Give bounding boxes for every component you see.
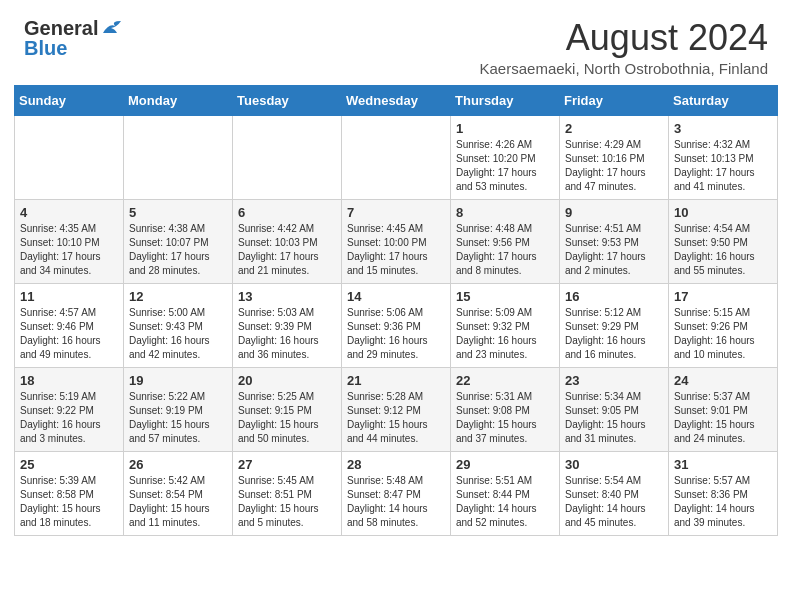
day-cell: 8Sunrise: 4:48 AM Sunset: 9:56 PM Daylig… bbox=[451, 199, 560, 283]
day-cell: 27Sunrise: 5:45 AM Sunset: 8:51 PM Dayli… bbox=[233, 451, 342, 535]
day-cell: 30Sunrise: 5:54 AM Sunset: 8:40 PM Dayli… bbox=[560, 451, 669, 535]
day-number: 19 bbox=[129, 373, 227, 388]
logo: General Blue bbox=[24, 18, 123, 58]
day-cell: 14Sunrise: 5:06 AM Sunset: 9:36 PM Dayli… bbox=[342, 283, 451, 367]
week-row-3: 11Sunrise: 4:57 AM Sunset: 9:46 PM Dayli… bbox=[15, 283, 778, 367]
day-info: Sunrise: 5:42 AM Sunset: 8:54 PM Dayligh… bbox=[129, 474, 227, 530]
day-number: 31 bbox=[674, 457, 772, 472]
day-number: 4 bbox=[20, 205, 118, 220]
logo-bird-icon bbox=[101, 19, 123, 37]
day-info: Sunrise: 4:32 AM Sunset: 10:13 PM Daylig… bbox=[674, 138, 772, 194]
day-cell: 21Sunrise: 5:28 AM Sunset: 9:12 PM Dayli… bbox=[342, 367, 451, 451]
day-number: 25 bbox=[20, 457, 118, 472]
calendar-table: SundayMondayTuesdayWednesdayThursdayFrid… bbox=[14, 85, 778, 536]
day-number: 23 bbox=[565, 373, 663, 388]
col-header-tuesday: Tuesday bbox=[233, 85, 342, 115]
location: Kaersaemaeki, North Ostrobothnia, Finlan… bbox=[480, 60, 768, 77]
day-number: 27 bbox=[238, 457, 336, 472]
week-row-1: 1Sunrise: 4:26 AM Sunset: 10:20 PM Dayli… bbox=[15, 115, 778, 199]
day-number: 10 bbox=[674, 205, 772, 220]
day-cell: 23Sunrise: 5:34 AM Sunset: 9:05 PM Dayli… bbox=[560, 367, 669, 451]
calendar-header-row: SundayMondayTuesdayWednesdayThursdayFrid… bbox=[15, 85, 778, 115]
day-number: 3 bbox=[674, 121, 772, 136]
day-number: 7 bbox=[347, 205, 445, 220]
day-info: Sunrise: 5:34 AM Sunset: 9:05 PM Dayligh… bbox=[565, 390, 663, 446]
logo-blue-text: Blue bbox=[24, 38, 67, 58]
day-number: 8 bbox=[456, 205, 554, 220]
day-cell: 7Sunrise: 4:45 AM Sunset: 10:00 PM Dayli… bbox=[342, 199, 451, 283]
day-number: 30 bbox=[565, 457, 663, 472]
day-number: 6 bbox=[238, 205, 336, 220]
day-cell: 24Sunrise: 5:37 AM Sunset: 9:01 PM Dayli… bbox=[669, 367, 778, 451]
day-number: 14 bbox=[347, 289, 445, 304]
day-number: 11 bbox=[20, 289, 118, 304]
day-cell: 12Sunrise: 5:00 AM Sunset: 9:43 PM Dayli… bbox=[124, 283, 233, 367]
day-cell: 3Sunrise: 4:32 AM Sunset: 10:13 PM Dayli… bbox=[669, 115, 778, 199]
day-cell bbox=[342, 115, 451, 199]
day-info: Sunrise: 5:31 AM Sunset: 9:08 PM Dayligh… bbox=[456, 390, 554, 446]
month-title: August 2024 bbox=[480, 18, 768, 58]
day-cell: 13Sunrise: 5:03 AM Sunset: 9:39 PM Dayli… bbox=[233, 283, 342, 367]
day-cell: 25Sunrise: 5:39 AM Sunset: 8:58 PM Dayli… bbox=[15, 451, 124, 535]
day-info: Sunrise: 5:54 AM Sunset: 8:40 PM Dayligh… bbox=[565, 474, 663, 530]
day-cell: 10Sunrise: 4:54 AM Sunset: 9:50 PM Dayli… bbox=[669, 199, 778, 283]
day-number: 9 bbox=[565, 205, 663, 220]
day-info: Sunrise: 5:48 AM Sunset: 8:47 PM Dayligh… bbox=[347, 474, 445, 530]
day-cell: 20Sunrise: 5:25 AM Sunset: 9:15 PM Dayli… bbox=[233, 367, 342, 451]
day-cell: 28Sunrise: 5:48 AM Sunset: 8:47 PM Dayli… bbox=[342, 451, 451, 535]
day-number: 15 bbox=[456, 289, 554, 304]
day-info: Sunrise: 5:39 AM Sunset: 8:58 PM Dayligh… bbox=[20, 474, 118, 530]
day-info: Sunrise: 5:12 AM Sunset: 9:29 PM Dayligh… bbox=[565, 306, 663, 362]
day-info: Sunrise: 4:45 AM Sunset: 10:00 PM Daylig… bbox=[347, 222, 445, 278]
col-header-sunday: Sunday bbox=[15, 85, 124, 115]
col-header-thursday: Thursday bbox=[451, 85, 560, 115]
day-cell bbox=[15, 115, 124, 199]
day-number: 24 bbox=[674, 373, 772, 388]
day-cell: 22Sunrise: 5:31 AM Sunset: 9:08 PM Dayli… bbox=[451, 367, 560, 451]
day-info: Sunrise: 4:42 AM Sunset: 10:03 PM Daylig… bbox=[238, 222, 336, 278]
day-number: 18 bbox=[20, 373, 118, 388]
day-cell: 5Sunrise: 4:38 AM Sunset: 10:07 PM Dayli… bbox=[124, 199, 233, 283]
day-info: Sunrise: 5:00 AM Sunset: 9:43 PM Dayligh… bbox=[129, 306, 227, 362]
day-info: Sunrise: 4:29 AM Sunset: 10:16 PM Daylig… bbox=[565, 138, 663, 194]
day-number: 22 bbox=[456, 373, 554, 388]
day-number: 28 bbox=[347, 457, 445, 472]
day-info: Sunrise: 5:22 AM Sunset: 9:19 PM Dayligh… bbox=[129, 390, 227, 446]
day-number: 20 bbox=[238, 373, 336, 388]
day-number: 2 bbox=[565, 121, 663, 136]
header: General Blue August 2024 Kaersaemaeki, N… bbox=[0, 0, 792, 85]
day-info: Sunrise: 5:28 AM Sunset: 9:12 PM Dayligh… bbox=[347, 390, 445, 446]
col-header-saturday: Saturday bbox=[669, 85, 778, 115]
day-info: Sunrise: 5:19 AM Sunset: 9:22 PM Dayligh… bbox=[20, 390, 118, 446]
day-info: Sunrise: 5:57 AM Sunset: 8:36 PM Dayligh… bbox=[674, 474, 772, 530]
day-number: 5 bbox=[129, 205, 227, 220]
col-header-monday: Monday bbox=[124, 85, 233, 115]
day-cell: 18Sunrise: 5:19 AM Sunset: 9:22 PM Dayli… bbox=[15, 367, 124, 451]
day-number: 16 bbox=[565, 289, 663, 304]
day-number: 29 bbox=[456, 457, 554, 472]
day-number: 21 bbox=[347, 373, 445, 388]
day-number: 1 bbox=[456, 121, 554, 136]
day-info: Sunrise: 5:03 AM Sunset: 9:39 PM Dayligh… bbox=[238, 306, 336, 362]
week-row-4: 18Sunrise: 5:19 AM Sunset: 9:22 PM Dayli… bbox=[15, 367, 778, 451]
day-info: Sunrise: 5:51 AM Sunset: 8:44 PM Dayligh… bbox=[456, 474, 554, 530]
col-header-wednesday: Wednesday bbox=[342, 85, 451, 115]
day-cell bbox=[233, 115, 342, 199]
day-info: Sunrise: 4:35 AM Sunset: 10:10 PM Daylig… bbox=[20, 222, 118, 278]
day-number: 26 bbox=[129, 457, 227, 472]
logo-general-text: General bbox=[24, 18, 98, 38]
day-info: Sunrise: 4:51 AM Sunset: 9:53 PM Dayligh… bbox=[565, 222, 663, 278]
day-info: Sunrise: 5:37 AM Sunset: 9:01 PM Dayligh… bbox=[674, 390, 772, 446]
week-row-5: 25Sunrise: 5:39 AM Sunset: 8:58 PM Dayli… bbox=[15, 451, 778, 535]
day-cell: 11Sunrise: 4:57 AM Sunset: 9:46 PM Dayli… bbox=[15, 283, 124, 367]
day-cell: 2Sunrise: 4:29 AM Sunset: 10:16 PM Dayli… bbox=[560, 115, 669, 199]
day-info: Sunrise: 4:54 AM Sunset: 9:50 PM Dayligh… bbox=[674, 222, 772, 278]
day-info: Sunrise: 4:57 AM Sunset: 9:46 PM Dayligh… bbox=[20, 306, 118, 362]
day-cell: 19Sunrise: 5:22 AM Sunset: 9:19 PM Dayli… bbox=[124, 367, 233, 451]
day-cell: 16Sunrise: 5:12 AM Sunset: 9:29 PM Dayli… bbox=[560, 283, 669, 367]
day-info: Sunrise: 5:09 AM Sunset: 9:32 PM Dayligh… bbox=[456, 306, 554, 362]
day-info: Sunrise: 4:38 AM Sunset: 10:07 PM Daylig… bbox=[129, 222, 227, 278]
col-header-friday: Friday bbox=[560, 85, 669, 115]
day-cell: 17Sunrise: 5:15 AM Sunset: 9:26 PM Dayli… bbox=[669, 283, 778, 367]
day-info: Sunrise: 5:15 AM Sunset: 9:26 PM Dayligh… bbox=[674, 306, 772, 362]
